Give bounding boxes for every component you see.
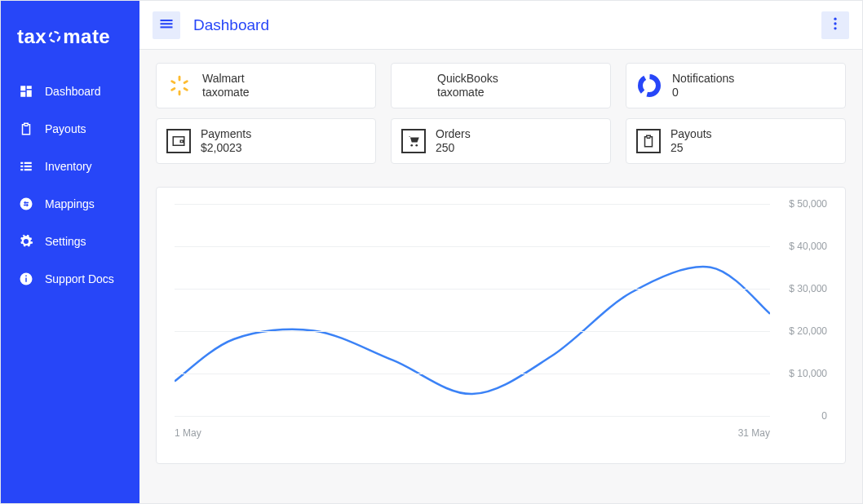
svg-rect-8	[24, 166, 32, 167]
card-title: Orders	[436, 127, 471, 142]
y-tick-label: $ 30,000	[789, 283, 827, 294]
svg-point-0	[50, 32, 60, 42]
svg-rect-4	[20, 92, 25, 97]
brand-suffix: mate	[63, 25, 110, 48]
chart-panel: $ 50,000$ 40,000$ 30,000$ 20,000$ 10,000…	[156, 187, 846, 464]
card-text: Payouts 25	[670, 127, 712, 156]
card-orders[interactable]: Orders 250	[391, 118, 611, 164]
main-area: Dashboard	[139, 1, 862, 503]
card-text: QuickBooks taxomate	[437, 72, 498, 100]
sidebar-item-mappings[interactable]: Mappings	[1, 185, 139, 223]
spark-icon	[166, 73, 193, 99]
svg-rect-16	[161, 23, 173, 24]
sidebar: tax mate Dashboard Payouts	[1, 1, 139, 503]
x-tick-end: 31 May	[738, 427, 770, 439]
sidebar-item-label: Dashboard	[45, 85, 101, 98]
clipboard-icon	[19, 122, 33, 136]
card-text: Walmart taxomate	[202, 72, 250, 100]
svg-point-31	[410, 144, 413, 147]
card-sub: taxomate	[437, 86, 498, 100]
chart-grid-line	[175, 289, 770, 290]
card-notifications[interactable]: Notifications 0	[626, 63, 846, 108]
sidebar-nav: Dashboard Payouts Inventory Mappings	[1, 73, 139, 298]
card-walmart[interactable]: Walmart taxomate	[156, 63, 376, 108]
card-title: Payments	[201, 127, 251, 142]
sidebar-item-inventory[interactable]: Inventory	[1, 148, 139, 185]
y-tick-label: $ 10,000	[789, 368, 827, 379]
svg-rect-5	[20, 162, 23, 164]
card-title: Walmart	[202, 72, 250, 86]
sidebar-item-label: Payouts	[45, 122, 86, 135]
brand-icon	[47, 26, 62, 49]
dashboard-icon	[19, 84, 33, 99]
card-title: Notifications	[672, 72, 734, 86]
chart-grid-line	[175, 246, 770, 247]
card-title: Payouts	[670, 127, 712, 142]
ring-icon	[636, 73, 662, 99]
svg-point-27	[640, 77, 658, 95]
sidebar-item-settings[interactable]: Settings	[1, 223, 139, 260]
card-sub: 25	[670, 141, 712, 156]
sidebar-item-dashboard[interactable]: Dashboard	[1, 73, 139, 110]
svg-rect-15	[161, 20, 173, 21]
hamburger-icon	[158, 15, 175, 34]
card-sub: $2,0023	[201, 141, 251, 156]
y-tick-label: $ 20,000	[789, 325, 827, 337]
content: Walmart taxomate QuickBooks taxomate	[139, 50, 862, 503]
svg-point-20	[834, 27, 836, 29]
svg-rect-22	[179, 91, 181, 96]
y-tick-label: 0	[821, 410, 827, 422]
svg-point-11	[20, 198, 33, 210]
info-icon	[19, 272, 33, 286]
sidebar-item-support-docs[interactable]: Support Docs	[1, 260, 139, 298]
card-sub: 0	[672, 86, 734, 100]
chart-grid-line	[175, 374, 770, 374]
blank-icon	[401, 73, 427, 99]
more-options-button[interactable]	[821, 11, 849, 39]
chart-line	[175, 204, 770, 415]
card-payments[interactable]: Payments $2,0023	[156, 118, 376, 164]
menu-toggle-button[interactable]	[153, 11, 180, 39]
svg-rect-14	[25, 276, 27, 277]
swap-icon	[19, 197, 33, 211]
chart-x-axis: 1 May 31 May	[175, 427, 827, 439]
svg-rect-25	[170, 80, 176, 85]
cards-row-2: Payments $2,0023 Orders 250	[156, 118, 846, 164]
app-shell: tax mate Dashboard Payouts	[0, 0, 863, 504]
card-text: Payments $2,0023	[201, 127, 251, 156]
chart-grid-line	[175, 331, 770, 332]
card-payouts[interactable]: Payouts 25	[626, 118, 846, 164]
svg-point-30	[181, 140, 183, 142]
sidebar-item-payouts[interactable]: Payouts	[1, 110, 139, 148]
chart-grid-line	[175, 416, 770, 417]
svg-rect-3	[27, 91, 32, 97]
sidebar-item-label: Support Docs	[45, 272, 114, 285]
chart-grid-line	[175, 204, 770, 205]
card-quickbooks[interactable]: QuickBooks taxomate	[391, 63, 611, 108]
card-text: Orders 250	[436, 127, 471, 156]
chart-plot	[175, 204, 770, 416]
svg-point-18	[834, 18, 836, 20]
card-sub: taxomate	[202, 86, 250, 100]
svg-rect-26	[183, 87, 188, 92]
svg-rect-9	[20, 169, 23, 170]
chart-y-axis: $ 50,000$ 40,000$ 30,000$ 20,000$ 10,000…	[770, 204, 827, 416]
y-tick-label: $ 40,000	[789, 241, 827, 252]
brand-logo: tax mate	[1, 17, 139, 73]
x-tick-start: 1 May	[175, 427, 201, 439]
list-icon	[19, 159, 33, 174]
sidebar-item-label: Settings	[45, 235, 86, 248]
sidebar-item-label: Mappings	[45, 197, 95, 210]
svg-point-19	[834, 22, 836, 24]
page-title: Dashboard	[193, 16, 269, 34]
svg-rect-7	[20, 166, 23, 167]
y-tick-label: $ 50,000	[789, 198, 827, 210]
svg-rect-24	[170, 87, 176, 92]
svg-rect-17	[161, 26, 173, 28]
svg-rect-23	[183, 80, 188, 85]
sidebar-item-label: Inventory	[45, 160, 92, 173]
brand-prefix: tax	[17, 25, 46, 48]
clipboard-icon	[636, 129, 661, 153]
card-title: QuickBooks	[437, 72, 498, 86]
svg-point-32	[415, 144, 418, 147]
